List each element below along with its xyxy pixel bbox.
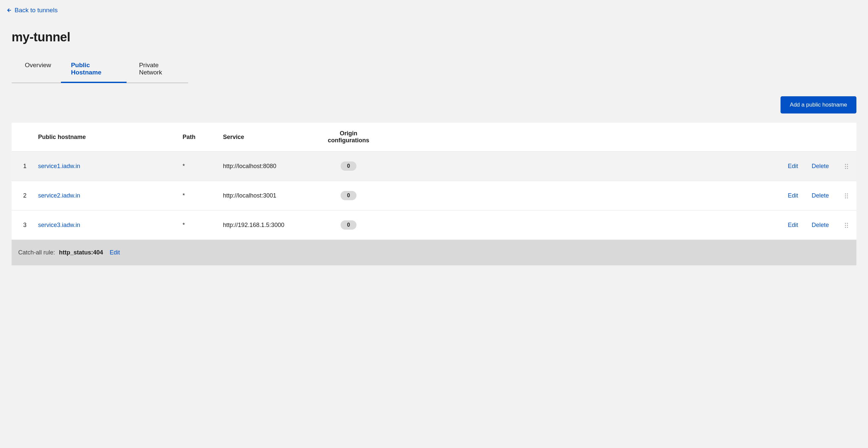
row-index: 1 [11,151,38,181]
edit-link[interactable]: Edit [788,163,798,169]
arrow-left-icon [6,8,11,13]
row-service: http://localhost:8080 [218,151,317,181]
row-origin: 0 [317,210,380,240]
catch-all-row: Catch-all rule: http_status:404 Edit [11,240,857,265]
origin-count-badge: 0 [341,191,357,200]
svg-point-5 [847,168,848,169]
svg-point-9 [847,195,848,196]
catch-all-value: http_status:404 [59,249,103,256]
table-row: 3 service3.iadw.in * http://192.168.1.5:… [11,210,857,240]
svg-point-7 [847,193,848,194]
row-path: * [177,210,218,240]
back-link-label: Back to tunnels [14,7,58,14]
svg-point-8 [845,195,846,196]
add-public-hostname-button[interactable]: Add a public hostname [780,96,857,113]
hostname-link[interactable]: service2.iadw.in [38,192,80,199]
table-row: 1 service1.iadw.in * http://localhost:80… [11,151,857,181]
row-service: http://localhost:3001 [218,181,317,210]
row-hostname: service3.iadw.in [38,210,177,240]
drag-handle-icon[interactable] [844,222,848,228]
col-origin-header: Origin configurations [317,123,380,151]
row-origin: 0 [317,151,380,181]
tab-public-hostname[interactable]: Public Hostname [61,62,127,83]
svg-point-3 [847,166,848,167]
delete-link[interactable]: Delete [812,192,829,199]
svg-point-1 [847,164,848,165]
row-index: 3 [11,210,38,240]
svg-point-13 [847,223,848,224]
tab-label: Public Hostname [71,62,101,76]
hostname-link[interactable]: service3.iadw.in [38,222,80,228]
row-hostname: service2.iadw.in [38,181,177,210]
svg-point-14 [845,225,846,226]
row-service: http://192.168.1.5:3000 [218,210,317,240]
row-actions: Edit Delete [380,181,857,210]
tab-label: Overview [25,62,51,68]
edit-link[interactable]: Edit [788,222,798,228]
content-area: Add a public hostname Public hostname Pa… [11,96,857,265]
svg-point-12 [845,223,846,224]
svg-point-0 [845,164,846,165]
drag-handle-icon[interactable] [844,193,848,199]
svg-point-15 [847,225,848,226]
row-actions: Edit Delete [380,151,857,181]
edit-link[interactable]: Edit [788,192,798,199]
col-hostname-header: Public hostname [38,123,177,151]
catch-all-edit-link[interactable]: Edit [110,249,120,256]
back-to-tunnels-link[interactable]: Back to tunnels [6,7,58,14]
delete-link[interactable]: Delete [812,163,829,169]
svg-point-2 [845,166,846,167]
row-origin: 0 [317,181,380,210]
tabs: Overview Public Hostname Private Network [11,62,188,83]
tab-overview[interactable]: Overview [11,62,61,83]
col-actions-header [380,123,857,151]
svg-point-16 [845,227,846,228]
row-actions: Edit Delete [380,210,857,240]
table-row: 2 service2.iadw.in * http://localhost:30… [11,181,857,210]
svg-point-11 [847,197,848,198]
row-path: * [177,151,218,181]
tab-label: Private Network [139,62,162,76]
catch-all-label: Catch-all rule: [18,249,55,256]
row-path: * [177,181,218,210]
svg-point-17 [847,227,848,228]
origin-count-badge: 0 [341,220,357,230]
row-index: 2 [11,181,38,210]
tab-private-network[interactable]: Private Network [127,62,188,83]
svg-point-10 [845,197,846,198]
svg-point-6 [845,193,846,194]
col-path-header: Path [177,123,218,151]
button-row: Add a public hostname [11,96,857,113]
page-title: my-tunnel [11,30,868,44]
row-hostname: service1.iadw.in [38,151,177,181]
origin-count-badge: 0 [341,162,357,171]
col-service-header: Service [218,123,317,151]
col-index-header [11,123,38,151]
drag-handle-icon[interactable] [844,164,848,169]
hostname-link[interactable]: service1.iadw.in [38,163,80,169]
delete-link[interactable]: Delete [812,222,829,228]
svg-point-4 [845,168,846,169]
hostname-table: Public hostname Path Service Origin conf… [11,123,857,240]
